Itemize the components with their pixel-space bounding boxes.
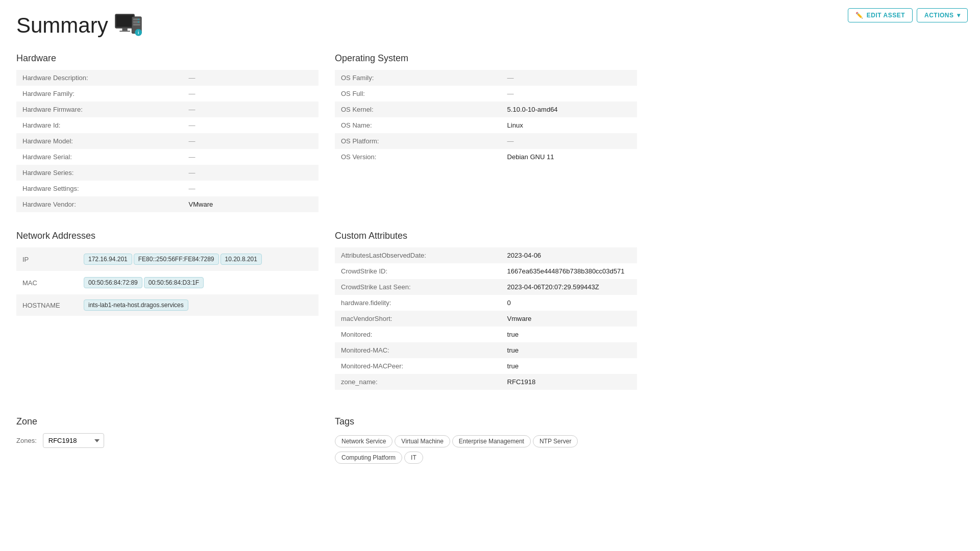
tag-pill: NTP Server [533, 435, 578, 447]
edit-asset-button[interactable]: ✏️ EDIT ASSET [848, 8, 913, 22]
table-row: OS Kernel: 5.10.0-10-amd64 [335, 102, 637, 117]
network-table: IP 172.16.94.201FE80::250:56FF:FE84:7289… [16, 247, 318, 316]
svg-rect-5 [133, 18, 140, 20]
table-row: OS Platform: — [335, 133, 637, 149]
ca-label: Monitored: [335, 327, 501, 342]
hw-label: Hardware Family: [16, 86, 183, 102]
tag-pill: IT [404, 452, 423, 464]
table-row: HOSTNAME ints-lab1-neta-host.dragos.serv… [16, 294, 318, 316]
ca-label: zone_name: [335, 374, 501, 390]
hw-value: — [183, 133, 318, 149]
table-row: Hardware Id: — [16, 117, 318, 133]
os-label: OS Platform: [335, 133, 501, 149]
hardware-section: Hardware Hardware Description: — Hardwar… [16, 53, 318, 212]
table-row: Hardware Vendor: VMware [16, 196, 318, 212]
hardware-title: Hardware [16, 53, 318, 64]
ca-value: true [501, 358, 637, 374]
pencil-icon: ✏️ [855, 12, 864, 19]
ca-value: true [501, 342, 637, 358]
zone-row: Zones: RFC1918DefaultDMZ [16, 433, 318, 448]
actions-label: ACTIONS [924, 12, 954, 19]
hw-label: Hardware Series: [16, 165, 183, 181]
mac-badge: 00:50:56:84:72:89 [84, 277, 142, 288]
svg-point-9 [138, 21, 139, 23]
table-row: Hardware Description: — [16, 70, 318, 86]
ca-label: Monitored-MACPeer: [335, 358, 501, 374]
svg-point-8 [138, 19, 139, 20]
mac-badges-cell: 00:50:56:84:72:8900:50:56:84:D3:1F [78, 271, 318, 294]
os-value: — [501, 133, 637, 149]
ca-value: RFC1918 [501, 374, 637, 390]
zone-title: Zone [16, 416, 318, 427]
ca-label: hardware.fidelity: [335, 295, 501, 311]
asset-icon: i [114, 12, 145, 39]
middle-grid: Network Addresses IP 172.16.94.201FE80::… [16, 231, 637, 408]
ca-value: true [501, 327, 637, 342]
table-row: AttributesLastObservedDate: 2023-04-06 [335, 247, 637, 263]
hw-value: — [183, 86, 318, 102]
svg-rect-2 [122, 28, 127, 31]
os-value: 5.10.0-10-amd64 [501, 102, 637, 117]
network-section: Network Addresses IP 172.16.94.201FE80::… [16, 231, 318, 390]
hostname-badge-cell: ints-lab1-neta-host.dragos.services [78, 294, 318, 316]
table-row: hardware.fidelity: 0 [335, 295, 637, 311]
hw-label: Hardware Description: [16, 70, 183, 86]
top-bar: ✏️ EDIT ASSET ACTIONS ▾ [836, 0, 980, 31]
table-row: Hardware Settings: — [16, 181, 318, 196]
hw-value: — [183, 165, 318, 181]
os-label: OS Family: [335, 70, 501, 86]
hostname-label: HOSTNAME [16, 294, 78, 316]
ca-label: macVendorShort: [335, 311, 501, 327]
table-row: OS Version: Debian GNU 11 [335, 149, 637, 165]
ca-label: Monitored-MAC: [335, 342, 501, 358]
os-value: Debian GNU 11 [501, 149, 637, 165]
actions-button[interactable]: ACTIONS ▾ [917, 8, 968, 22]
ca-value: 1667ea635e444876b738b380cc03d571 [501, 263, 637, 279]
table-row: OS Name: Linux [335, 117, 637, 133]
table-row: CrowdStrike ID: 1667ea635e444876b738b380… [335, 263, 637, 279]
page-title: Summary [16, 13, 108, 38]
table-row: zone_name: RFC1918 [335, 374, 637, 390]
table-row: MAC 00:50:56:84:72:8900:50:56:84:D3:1F [16, 271, 318, 294]
network-title: Network Addresses [16, 231, 318, 241]
edit-asset-label: EDIT ASSET [867, 12, 905, 19]
hw-label: Hardware Settings: [16, 181, 183, 196]
mac-badge: 00:50:56:84:D3:1F [144, 277, 204, 288]
ip-label: IP [16, 247, 78, 271]
ca-value: Vmware [501, 311, 637, 327]
table-row: IP 172.16.94.201FE80::250:56FF:FE84:7289… [16, 247, 318, 271]
tags-container: Network ServiceVirtual MachineEnterprise… [335, 433, 637, 466]
hw-value: — [183, 102, 318, 117]
tag-pill: Enterprise Management [452, 435, 531, 447]
zone-section: Zone Zones: RFC1918DefaultDMZ [16, 416, 318, 466]
os-label: OS Name: [335, 117, 501, 133]
ip-badge: 172.16.94.201 [84, 254, 132, 265]
ip-badges-cell: 172.16.94.201FE80::250:56FF:FE84:728910.… [78, 247, 318, 271]
hw-value: — [183, 149, 318, 165]
os-value: — [501, 70, 637, 86]
os-value: — [501, 86, 637, 102]
hw-value: VMware [183, 196, 318, 212]
svg-rect-6 [133, 21, 140, 22]
bottom-grid: Zone Zones: RFC1918DefaultDMZ Tags Netwo… [16, 412, 637, 466]
custom-attributes-section: Custom Attributes AttributesLastObserved… [335, 231, 637, 390]
zones-label: Zones: [16, 437, 37, 444]
hw-value: — [183, 117, 318, 133]
custom-attributes-title: Custom Attributes [335, 231, 637, 241]
table-row: OS Full: — [335, 86, 637, 102]
table-row: Monitored-MAC: true [335, 342, 637, 358]
custom-attributes-table: AttributesLastObservedDate: 2023-04-06 C… [335, 247, 637, 390]
os-table: OS Family: — OS Full: — OS Kernel: 5.10.… [335, 70, 637, 165]
chevron-down-icon: ▾ [957, 12, 961, 19]
zone-select[interactable]: RFC1918DefaultDMZ [43, 433, 104, 448]
hw-label: Hardware Model: [16, 133, 183, 149]
ca-value: 2023-04-06 [501, 247, 637, 263]
svg-text:i: i [138, 30, 139, 35]
hw-label: Hardware Id: [16, 117, 183, 133]
os-title: Operating System [335, 53, 637, 64]
table-row: CrowdStrike Last Seen: 2023-04-06T20:07:… [335, 279, 637, 295]
ca-label: CrowdStrike Last Seen: [335, 279, 501, 295]
hardware-table: Hardware Description: — Hardware Family:… [16, 70, 318, 212]
ip-badge: FE80::250:56FF:FE84:7289 [134, 254, 219, 265]
page-content: Summary i Hardware Hardware Description [0, 0, 653, 496]
